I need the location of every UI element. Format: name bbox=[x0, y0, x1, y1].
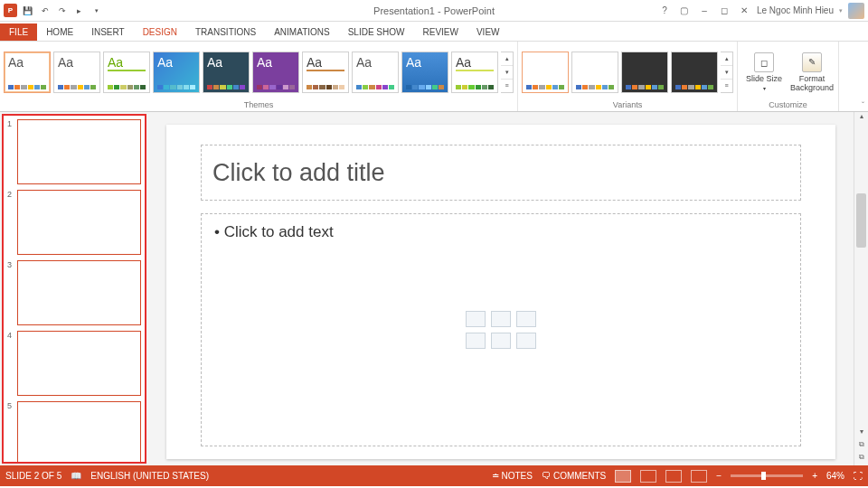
thumb-preview[interactable] bbox=[17, 119, 141, 184]
undo-button[interactable]: ↶ bbox=[38, 4, 52, 17]
variants-gallery-expand[interactable]: ▴▾≡ bbox=[721, 52, 733, 93]
fit-to-window-button[interactable]: ⛶ bbox=[854, 471, 863, 481]
variant-option-3[interactable] bbox=[671, 52, 718, 93]
prev-slide-icon[interactable]: ⧉ bbox=[854, 440, 868, 453]
insert-video-icon[interactable] bbox=[516, 333, 536, 349]
window-title: Presentation1 - PowerPoint bbox=[373, 5, 495, 16]
maximize-button[interactable]: ◻ bbox=[717, 5, 731, 15]
help-icon[interactable]: ? bbox=[657, 5, 672, 15]
reading-view-button[interactable] bbox=[665, 470, 682, 483]
zoom-level[interactable]: 64% bbox=[826, 471, 844, 481]
slide-thumbnail-1[interactable]: 1 bbox=[7, 119, 141, 184]
insert-online-picture-icon[interactable] bbox=[491, 333, 511, 349]
zoom-out-button[interactable]: − bbox=[716, 471, 722, 481]
work-area: 12345 Click to add title • Click to add … bbox=[0, 112, 868, 465]
tab-insert[interactable]: INSERT bbox=[82, 23, 134, 41]
content-placeholder[interactable]: • Click to add text bbox=[201, 213, 801, 446]
theme-option-8[interactable]: Aa bbox=[401, 52, 448, 93]
user-avatar[interactable] bbox=[848, 3, 864, 19]
variant-option-1[interactable] bbox=[571, 52, 618, 93]
thumb-number: 4 bbox=[7, 331, 14, 396]
theme-option-6[interactable]: Aa bbox=[302, 52, 349, 93]
slide-thumbnail-5[interactable]: 5 bbox=[7, 401, 141, 464]
slideshow-view-button[interactable] bbox=[691, 470, 707, 483]
theme-option-9[interactable]: Aa bbox=[451, 52, 498, 93]
theme-option-1[interactable]: Aa bbox=[53, 52, 100, 93]
title-placeholder[interactable]: Click to add title bbox=[201, 145, 801, 201]
tab-home[interactable]: HOME bbox=[37, 23, 82, 41]
tab-file[interactable]: FILE bbox=[0, 23, 37, 41]
insert-chart-icon[interactable] bbox=[491, 311, 511, 327]
comments-button[interactable]: 🗨 COMMENTS bbox=[542, 471, 606, 481]
variant-option-0[interactable] bbox=[522, 52, 569, 93]
ribbon: AaAaAaAaAaAaAaAaAaAa▴▾≡ Themes ▴▾≡ Varia… bbox=[0, 42, 868, 112]
thumb-preview[interactable] bbox=[17, 260, 141, 325]
status-bar: SLIDE 2 OF 5 📖 ENGLISH (UNITED STATES) ≐… bbox=[0, 465, 868, 486]
language-indicator[interactable]: ENGLISH (UNITED STATES) bbox=[90, 471, 209, 481]
slide-canvas[interactable]: Click to add title • Click to add text bbox=[166, 125, 835, 459]
variants-gallery: ▴▾≡ bbox=[522, 43, 733, 100]
insert-picture-icon[interactable] bbox=[466, 333, 486, 349]
redo-button[interactable]: ↷ bbox=[55, 4, 69, 17]
scroll-thumb[interactable] bbox=[856, 193, 866, 248]
start-slideshow-button[interactable]: ▸ bbox=[72, 4, 86, 17]
minimize-button[interactable]: – bbox=[697, 5, 712, 15]
theme-option-7[interactable]: Aa bbox=[352, 52, 399, 93]
spellcheck-icon[interactable]: 📖 bbox=[71, 471, 81, 481]
scroll-up-icon[interactable]: ▴ bbox=[854, 112, 868, 125]
format-background-button[interactable]: ✎ Format Background bbox=[789, 52, 835, 92]
thumb-number: 5 bbox=[7, 401, 14, 464]
user-name: Le Ngoc Minh Hieu bbox=[757, 5, 834, 15]
tab-transitions[interactable]: TRANSITIONS bbox=[186, 23, 265, 41]
insert-smartart-icon[interactable] bbox=[516, 311, 536, 327]
zoom-in-button[interactable]: + bbox=[812, 471, 817, 481]
thumb-preview[interactable] bbox=[17, 401, 141, 464]
close-button[interactable]: ✕ bbox=[737, 5, 751, 15]
theme-option-3[interactable]: Aa bbox=[153, 52, 200, 93]
vertical-scrollbar[interactable]: ▴ ▾ ⧉ ⧉ bbox=[854, 112, 868, 465]
tab-slide-show[interactable]: SLIDE SHOW bbox=[339, 23, 414, 41]
slide-thumbnail-4[interactable]: 4 bbox=[7, 331, 141, 396]
slide-size-button[interactable]: ◻ Slide Size▾ bbox=[741, 52, 787, 91]
theme-option-0[interactable]: Aa bbox=[4, 52, 51, 93]
group-label-variants: Variants bbox=[522, 100, 733, 110]
tab-animations[interactable]: ANIMATIONS bbox=[265, 23, 338, 41]
themes-gallery: AaAaAaAaAaAaAaAaAaAa▴▾≡ bbox=[4, 43, 514, 100]
tab-design[interactable]: DESIGN bbox=[134, 23, 186, 41]
group-label-customize: Customize bbox=[741, 100, 835, 110]
notes-button[interactable]: ≐ NOTES bbox=[492, 471, 533, 481]
save-button[interactable]: 💾 bbox=[21, 4, 34, 17]
thumb-number: 1 bbox=[7, 119, 14, 184]
thumb-preview[interactable] bbox=[17, 331, 141, 396]
theme-option-2[interactable]: Aa bbox=[103, 52, 150, 93]
theme-option-4[interactable]: Aa bbox=[203, 52, 250, 93]
ribbon-tabs: FILEHOMEINSERTDESIGNTRANSITIONSANIMATION… bbox=[0, 22, 868, 42]
quick-access-toolbar: P 💾 ↶ ↷ ▸ ▾ bbox=[0, 4, 103, 17]
thumb-number: 2 bbox=[7, 190, 14, 255]
qat-customize-button[interactable]: ▾ bbox=[90, 4, 103, 17]
next-slide-icon[interactable]: ⧉ bbox=[854, 453, 868, 465]
sorter-view-button[interactable] bbox=[640, 470, 656, 483]
collapse-ribbon-button[interactable]: ˇ bbox=[862, 100, 864, 109]
scroll-down-icon[interactable]: ▾ bbox=[854, 427, 868, 440]
ribbon-options-icon[interactable]: ▢ bbox=[677, 5, 692, 15]
slide-size-icon: ◻ bbox=[754, 52, 774, 72]
group-label-themes: Themes bbox=[4, 100, 514, 110]
insert-table-icon[interactable] bbox=[466, 311, 486, 327]
slide-counter[interactable]: SLIDE 2 OF 5 bbox=[5, 471, 61, 481]
app-icon: P bbox=[4, 4, 17, 17]
normal-view-button[interactable] bbox=[615, 470, 631, 483]
content-insert-icons bbox=[466, 311, 536, 349]
thumb-number: 3 bbox=[7, 260, 14, 325]
thumb-preview[interactable] bbox=[17, 190, 141, 255]
theme-option-5[interactable]: Aa bbox=[252, 52, 299, 93]
slide-thumbnail-3[interactable]: 3 bbox=[7, 260, 141, 325]
zoom-slider[interactable] bbox=[731, 474, 803, 477]
tab-review[interactable]: REVIEW bbox=[413, 23, 467, 41]
themes-gallery-expand[interactable]: ▴▾≡ bbox=[501, 52, 514, 93]
tab-view[interactable]: VIEW bbox=[467, 23, 509, 41]
slide-thumbnail-2[interactable]: 2 bbox=[7, 190, 141, 255]
variant-option-2[interactable] bbox=[621, 52, 668, 93]
body-placeholder-text: • Click to add text bbox=[214, 223, 334, 240]
slide-thumbnail-panel: 12345 bbox=[2, 114, 146, 464]
